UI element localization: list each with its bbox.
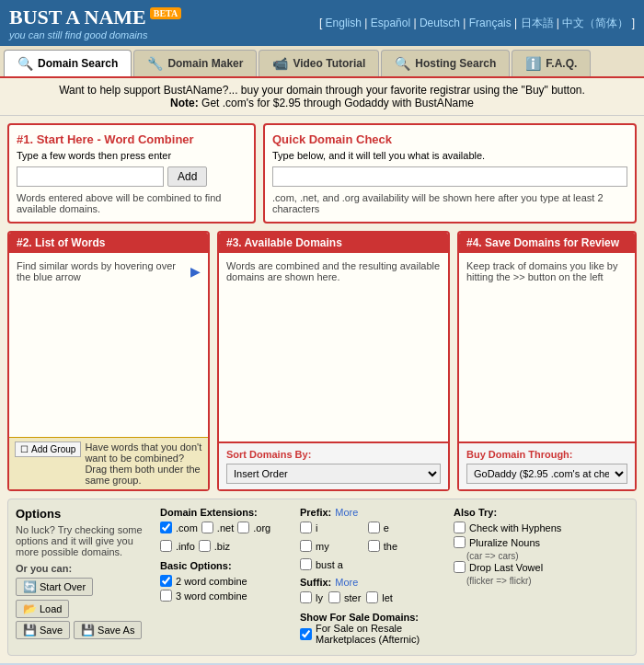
hosting-search-icon: 🔍	[395, 56, 410, 71]
quick-domain-input[interactable]	[272, 166, 627, 187]
ext-org-checkbox[interactable]	[237, 522, 249, 533]
also-try-pluralize-label: Pluralize Nouns	[469, 537, 540, 548]
save-label: Save	[40, 625, 63, 636]
logo: BUST A NAMEBETA	[9, 6, 181, 29]
ext-org-label: .org	[253, 522, 270, 533]
lang-espanol[interactable]: Español	[371, 17, 410, 29]
suffix-heading-label: Suffix:	[300, 577, 331, 588]
tab-video-tutorial[interactable]: 📹 Video Tutorial	[259, 50, 379, 76]
word-list-footer: ☐ Add Group Have words that you don't wa…	[9, 437, 208, 489]
load-label: Load	[40, 603, 62, 614]
prefix-e-row: e	[368, 522, 432, 533]
suffix-let-checkbox[interactable]	[366, 591, 378, 603]
ext-info-checkbox[interactable]	[160, 540, 172, 552]
also-try-pluralize-checkbox[interactable]	[454, 536, 466, 548]
ext-biz-row: .biz	[199, 540, 230, 552]
lang-japanese[interactable]: 日本語	[521, 17, 554, 29]
word-list-panel: #2. List of Words Find similar words by …	[7, 231, 210, 491]
beta-badge: BETA	[150, 7, 182, 19]
options-buttons-row2: 💾 Save 💾 Save As	[16, 621, 149, 639]
tab-faq-label: F.A.Q.	[546, 57, 577, 70]
logo-tagline: you can still find good domains	[9, 29, 181, 40]
quick-domain-subtitle: Type below, and it will tell you what is…	[272, 150, 627, 161]
also-try-dropvowel-checkbox[interactable]	[454, 561, 466, 573]
also-try-pluralize-note: (car => cars)	[454, 551, 628, 561]
suffix-ster-checkbox[interactable]	[328, 591, 340, 603]
options-col4: Also Try: Check with Hyphens Pluralize N…	[454, 507, 628, 648]
ext-net-row: .net	[201, 522, 234, 533]
domain-maker-icon: 🔧	[147, 56, 163, 71]
prefix-i-checkbox[interactable]	[300, 522, 312, 533]
word-list-hint: Find similar words by hovering over the …	[17, 260, 201, 282]
load-button[interactable]: 📂 Load	[16, 600, 69, 618]
basic-2word-row: 2 word combine	[160, 575, 289, 587]
banner-note-text: Get .com's for $2.95 through Godaddy wit…	[201, 97, 474, 109]
also-try-dropvowel-label: Drop Last Vowel	[469, 562, 543, 573]
add-word-button[interactable]: Add	[167, 166, 207, 187]
tab-domain-maker-label: Domain Maker	[167, 57, 243, 70]
tab-domain-maker[interactable]: 🔧 Domain Maker	[133, 50, 257, 76]
prefix-the-checkbox[interactable]	[368, 540, 380, 552]
prefix-more-link[interactable]: More	[335, 507, 358, 518]
prefix-e-checkbox[interactable]	[368, 522, 380, 533]
buy-domain-select[interactable]: GoDaddy ($2.95 .com's at che▾ NameCheap …	[466, 464, 627, 484]
options-heading: Options	[16, 507, 149, 521]
prefix-i-row: i	[300, 522, 364, 533]
also-try-dropvowel-row: Drop Last Vowel	[454, 561, 628, 573]
sort-select[interactable]: Insert Order Alphabetical Length Popular…	[226, 464, 441, 484]
start-over-label: Start Over	[40, 581, 86, 592]
lang-chinese[interactable]: 中文（简体）	[562, 17, 628, 29]
prefix-header: Prefix: More	[300, 507, 443, 518]
banner-text: Want to help support BustAName?... buy y…	[59, 84, 585, 97]
basic-3word-row: 3 word combine	[160, 590, 289, 602]
basic-options-heading: Basic Options:	[160, 560, 289, 571]
for-sale-afternic-label: For Sale on Resale Marketplaces (Afterni…	[316, 623, 443, 645]
also-try-pluralize-row: Pluralize Nouns	[454, 536, 628, 548]
header: BUST A NAMEBETA you can still find good …	[0, 0, 644, 46]
prefix-my-checkbox[interactable]	[300, 540, 312, 552]
suffix-let-row: let	[366, 591, 393, 603]
quick-domain-hint: .com, .net, and .org availability will b…	[272, 192, 627, 214]
save-domains-header: #4. Save Domains for Review	[459, 233, 635, 253]
suffix-header: Suffix: More	[300, 577, 443, 588]
sort-label: Sort Domains By:	[226, 449, 441, 460]
for-sale-section: Show For Sale Domains: For Sale on Resal…	[300, 612, 443, 645]
word-list-hint-text: Find similar words by hovering over the …	[17, 260, 187, 282]
prefix-the-label: the	[384, 541, 397, 552]
suffix-ly-row: ly	[300, 591, 323, 603]
ext-com-checkbox[interactable]	[160, 522, 172, 533]
for-sale-afternic-checkbox[interactable]	[300, 628, 312, 640]
add-group-button[interactable]: ☐ Add Group	[15, 441, 81, 457]
lang-english[interactable]: English	[326, 17, 362, 29]
word-combiner-input-row: Add	[17, 166, 247, 187]
tab-hosting-search[interactable]: 🔍 Hosting Search	[381, 50, 510, 76]
also-try-dropvowel-note: (flicker => flickr)	[454, 576, 628, 586]
word-combiner-input[interactable]	[17, 166, 164, 187]
lang-deutsch[interactable]: Deutsch	[420, 17, 460, 29]
banner-note-label: Note:	[170, 97, 199, 109]
ext-org-row: .org	[237, 522, 270, 533]
ext-net-checkbox[interactable]	[201, 522, 213, 533]
domain-extensions-checkboxes: .com .net .org .info .biz	[160, 522, 289, 555]
word-combiner-subtitle: Type a few words then press enter	[17, 150, 247, 161]
suffix-ly-checkbox[interactable]	[300, 591, 312, 603]
start-over-button[interactable]: 🔄 Start Over	[16, 578, 93, 596]
ext-biz-checkbox[interactable]	[199, 540, 211, 552]
available-domains-header: #3. Available Domains	[219, 233, 448, 253]
prefix-my-row: my	[300, 540, 364, 552]
tab-faq[interactable]: ℹ️ F.A.Q.	[512, 50, 591, 76]
basic-3word-checkbox[interactable]	[160, 590, 172, 602]
tab-domain-search[interactable]: 🔍 Domain Search	[4, 50, 132, 76]
prefix-busta-checkbox[interactable]	[300, 558, 312, 570]
suffix-more-link[interactable]: More	[335, 577, 358, 588]
save-as-button[interactable]: 💾 Save As	[74, 621, 142, 639]
prefix-the-row: the	[368, 540, 432, 552]
load-icon: 📂	[23, 602, 37, 615]
save-button[interactable]: 💾 Save	[16, 621, 70, 639]
options-buttons-row1: 🔄 Start Over 📂 Load	[16, 578, 149, 618]
ext-info-label: .info	[176, 541, 195, 552]
also-try-hyphens-checkbox[interactable]	[454, 522, 466, 533]
lang-francais[interactable]: Français	[469, 17, 512, 29]
ext-biz-label: .biz	[214, 541, 230, 552]
basic-2word-checkbox[interactable]	[160, 575, 172, 587]
